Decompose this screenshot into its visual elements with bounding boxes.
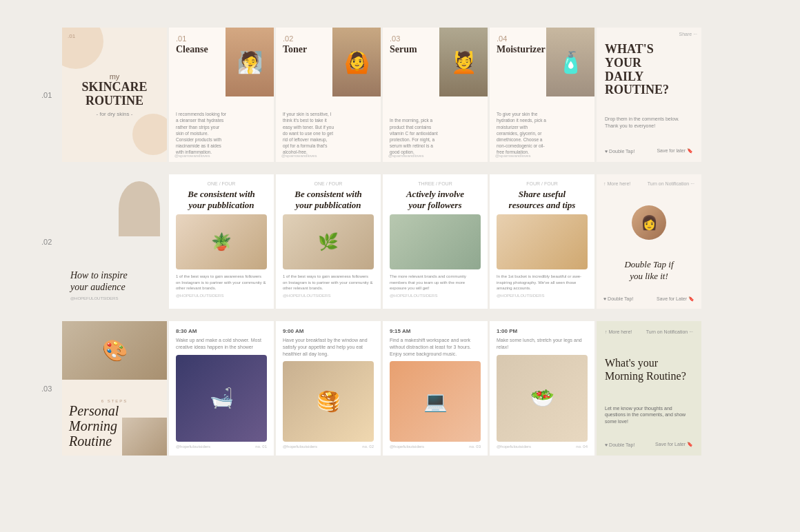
morning-title: Personal Morning Routine [69, 403, 160, 449]
routine-830-card[interactable]: 8:30 AM Wake up and make a cold shower. … [169, 321, 274, 456]
morning-q-save: Save for Later 🔖 [655, 442, 693, 447]
row-2-wrapper: .02 How to inspire your audience @HOPEFU… [41, 174, 759, 309]
moisturizer-body: To give your skin the hydration it needs… [497, 111, 548, 155]
consistent-1-image: 🪴 [176, 214, 267, 269]
share-card-title: Share useful resources and tips [497, 189, 588, 210]
share-label: Share ··· [679, 32, 697, 37]
share-card-image [497, 214, 588, 269]
serum-body: In the morning, pick a product that cont… [390, 117, 441, 155]
routine-915-card[interactable]: 9:15 AM Find a makeshift workspace and w… [383, 321, 488, 456]
skincare-card[interactable]: .01 my SKINCARE ROUTINE - for dry skins … [62, 28, 167, 162]
row-3-wrapper: .03 🎨 6 STEPS Personal Morning Routine 8… [41, 321, 759, 456]
person-icon: 🧖 [226, 28, 274, 96]
time-915-handle: @hopefuloutsiders [390, 444, 424, 449]
cleanse-image: 🧖 [226, 28, 274, 96]
serum-card[interactable]: 💆 .03 Serum In the morning, pick a produ… [383, 28, 488, 162]
toner-body: If your skin is sensitive, I think it's … [283, 111, 334, 155]
involve-card[interactable]: THREE / FOUR Actively involve your follo… [383, 174, 488, 309]
consistent-1-label: ONE / FOUR [176, 181, 267, 186]
doubletap-top: ↑ More here! Turn on Notification ··· [603, 181, 694, 186]
time-900-label: 9:00 AM [283, 328, 374, 334]
time-915-label: 9:15 AM [390, 328, 481, 334]
row-1-wrapper: .01 .01 my SKINCARE ROUTINE - for dry sk… [41, 28, 759, 162]
morning-q-top-label-2: Turn on Notification ··· [646, 329, 693, 334]
time-100-desc: Make some lunch, stretch your legs and r… [497, 337, 588, 351]
time-915-num: no. 03 [469, 444, 481, 449]
time-915-image: 💻 [390, 361, 481, 442]
dot-label: .01 [68, 33, 75, 39]
consistent-1-card[interactable]: ONE / FOUR Be consistent with your pubbl… [169, 174, 274, 309]
serum-person-icon: 💆 [439, 28, 488, 96]
doubletap-title: Double Tap if you like it! [603, 259, 694, 283]
consistent-1-title: Be consistent with your pubblication [176, 189, 267, 210]
involve-handle: @HOPEFULOUTSIDERS [390, 294, 481, 298]
consistent-2-label: ONE / FOUR [283, 181, 374, 186]
time-900-desc: Have your breakfast by the window and sa… [283, 337, 374, 357]
consistent-2-title: Be consistent with your pubblication [283, 189, 374, 210]
inspire-image [119, 181, 160, 236]
morning-q-top: ↑ More here! Turn on Notification ··· [605, 329, 693, 334]
inspire-title: How to inspire your audience [70, 270, 159, 294]
daily-routine-card[interactable]: Share ··· WHAT'S YOUR DAILY ROUTINE? Dro… [597, 28, 701, 162]
moisturizer-person-icon: 🧴 [546, 28, 594, 96]
consistent-2-card[interactable]: ONE / FOUR Be consistent with your pubbl… [276, 174, 381, 309]
morning-q-footer: ♥ Double Tap! Save for Later 🔖 [605, 442, 693, 447]
doubletap-footer: ♥ Double Tap! Save for Later 🔖 [603, 296, 694, 302]
time-830-num: no. 01 [255, 444, 267, 449]
time-830-footer: @hopefuloutsiders no. 01 [176, 444, 267, 449]
morning-q-title: What's your Morning Routine? [605, 356, 693, 382]
routine-100-card[interactable]: 1:00 PM Make some lunch, stretch your le… [490, 321, 594, 456]
share-card-label: FOUR / FOUR [497, 181, 588, 186]
row-2-label: .02 [41, 238, 62, 246]
save-label: Save for later 🔖 [657, 148, 693, 154]
daily-footer: ♥ Double Tap! Save for later 🔖 [605, 148, 693, 154]
toner-card[interactable]: 🙆 .02 Toner If your skin is sensitive, I… [276, 28, 381, 162]
row-3-label: .03 [41, 385, 62, 393]
serum-footer: @sparrowandloves [388, 154, 423, 158]
doubletap-save: Save for Later 🔖 [657, 296, 694, 302]
daily-sub: Drop them in the comments below. Thank y… [605, 116, 693, 130]
time-830-handle: @hopefuloutsiders [176, 444, 210, 449]
involve-image [390, 214, 481, 269]
row-2-grid: How to inspire your audience @HOPEFULOUT… [62, 174, 759, 309]
morning-card[interactable]: 🎨 6 STEPS Personal Morning Routine [62, 321, 167, 456]
consistent-1-handle: @HOPEFULOUTSIDERS [176, 294, 267, 298]
consistent-2-body: 1 of the best ways to gain awareness fol… [283, 274, 374, 291]
time-100-num: no. 04 [576, 444, 588, 449]
inspire-handle: @HOPEFULOUTSIDERS [70, 296, 159, 300]
row-1-label: .01 [41, 91, 62, 99]
inspire-card[interactable]: How to inspire your audience @HOPEFULOUT… [62, 174, 167, 309]
toner-person-icon: 🙆 [332, 28, 381, 96]
time-900-footer: @hopefuloutsiders no. 02 [283, 444, 374, 449]
time-915-footer: @hopefuloutsiders no. 03 [390, 444, 481, 449]
heart-label: ♥ Double Tap! [605, 149, 634, 154]
share-card-body: In the 1st bucket is incredibly beautifu… [497, 274, 588, 291]
time-900-num: no. 02 [362, 444, 374, 449]
blob-2 [132, 114, 167, 155]
cleanse-footer: @sparrowandloves [174, 154, 210, 158]
cleanse-body: I recommends looking for a cleanser that… [176, 111, 228, 155]
share-card[interactable]: FOUR / FOUR Share useful resources and t… [490, 174, 594, 309]
morning-q-body: Let me know your thoughts and questions … [605, 405, 693, 425]
skincare-subtitle: - for dry skins - [97, 111, 133, 117]
morning-question-card[interactable]: ↑ More here! Turn on Notification ··· Wh… [597, 321, 701, 456]
doubletap-heart: ♥ Double Tap! [603, 296, 633, 301]
moisturizer-card[interactable]: 🧴 .04 Moisturizer To give your skin the … [490, 28, 594, 162]
time-100-handle: @hopefuloutsiders [497, 444, 531, 449]
moisturizer-footer: @sparrowandloves [495, 154, 530, 158]
cleanse-card[interactable]: 🧖 .01 Cleanse I recommends looking for a… [169, 28, 274, 162]
serum-image: 💆 [439, 28, 488, 96]
morning-q-heart: ♥ Double Tap! [605, 442, 634, 447]
main-container: .01 .01 my SKINCARE ROUTINE - for dry sk… [0, 0, 800, 495]
morning-q-top-label-1: ↑ More here! [605, 329, 632, 334]
morning-top-image: 🎨 [62, 321, 167, 380]
routine-900-card[interactable]: 9:00 AM Have your breakfast by the windo… [276, 321, 381, 456]
time-830-label: 8:30 AM [176, 328, 267, 334]
doubletap-card[interactable]: ↑ More here! Turn on Notification ··· 👩 … [597, 174, 701, 309]
time-830-image: 🛁 [176, 355, 267, 442]
time-900-handle: @hopefuloutsiders [283, 444, 317, 449]
consistent-2-image: 🌿 [283, 214, 374, 269]
doubletap-top-label-2: Turn on Notification ··· [648, 181, 694, 186]
consistent-1-body: 1 of the best ways to gain awareness fol… [176, 274, 267, 291]
row-3-grid: 🎨 6 STEPS Personal Morning Routine 8:30 … [62, 321, 759, 456]
